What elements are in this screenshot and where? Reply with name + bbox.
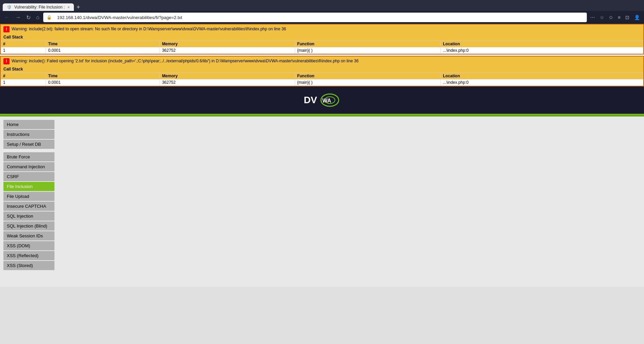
security-icon: 🔒	[47, 15, 52, 20]
tab-title: Vulnerability: File Inclusion :	[14, 5, 65, 10]
bookmark-icon[interactable]: ✩	[608, 14, 614, 21]
table-header: Location	[441, 73, 643, 79]
sidebar-nav-group: HomeInstructionsSetup / Reset DB	[3, 120, 54, 149]
tab-close-button[interactable]: ×	[67, 5, 69, 9]
dvwa-swoosh-icon: WA	[320, 92, 340, 109]
dvwa-greenbar	[0, 114, 644, 116]
sidebar-item-sql-injection-blind[interactable]: SQL Injection (Blind)	[3, 221, 54, 231]
table-header: Function	[295, 41, 440, 47]
sidebar-item-file-upload[interactable]: File Upload	[3, 192, 54, 201]
table-header: Memory	[160, 41, 295, 47]
callstack-table-1: #TimeMemoryFunctionLocation 10.000136275…	[1, 41, 643, 54]
table-header: Time	[46, 41, 160, 47]
sidebar-item-home[interactable]: Home	[3, 120, 54, 129]
back-button[interactable]: ←	[3, 14, 12, 21]
table-cell: {main}( )	[295, 47, 440, 54]
new-tab-button[interactable]: +	[74, 4, 83, 11]
table-cell: ...\index.php:0	[441, 47, 643, 54]
dvwa-logo: DV WA	[304, 92, 340, 109]
sidebar-item-xss-reflected[interactable]: XSS (Reflected)	[3, 251, 54, 260]
sidebar-item-insecure-captcha[interactable]: Insecure CAPTCHA	[3, 202, 54, 211]
tab-bar: 🛡️ Vulnerability: File Inclusion : × +	[0, 0, 644, 11]
sidebar-item-instructions[interactable]: Instructions	[3, 130, 54, 139]
warning-message-2: Warning: include(): Failed opening '2.tx…	[12, 58, 358, 64]
toolbar-right: ⋯ ☆ ✩ ≡ ⊡ 👤	[589, 14, 641, 21]
sidebar-vuln-group: Brute ForceCommand InjectionCSRFFile Inc…	[3, 152, 54, 270]
address-bar[interactable]: 🔒 192.168.140.1/dvwa/DVWA-master/vulnera…	[43, 13, 587, 22]
warning-exclamation-icon-1: !	[3, 26, 10, 32]
warning-block-2: ! Warning: include(): Failed opening '2.…	[0, 56, 644, 87]
warning-exclamation-icon-2: !	[3, 58, 10, 64]
table-header: Memory	[160, 73, 295, 79]
callstack-table-2: #TimeMemoryFunctionLocation 10.000136275…	[1, 73, 643, 86]
warning-block-1: ! Warning: include(2.txt): failed to ope…	[0, 24, 644, 54]
sidebar-item-csrf[interactable]: CSRF	[3, 172, 54, 181]
sidebar-item-brute-force[interactable]: Brute Force	[3, 152, 54, 161]
dvwa-sidebar: HomeInstructionsSetup / Reset DB Brute F…	[0, 116, 58, 287]
table-header: Function	[295, 73, 440, 79]
dvwa-logo-text: DV	[304, 95, 317, 106]
table-cell: 362752	[160, 47, 295, 54]
table-header: #	[1, 73, 46, 79]
dvwa-body: HomeInstructionsSetup / Reset DB Brute F…	[0, 116, 644, 287]
table-header: Location	[441, 41, 643, 47]
callstack-label-1: Call Stack	[1, 34, 643, 41]
table-cell: {main}( )	[295, 79, 440, 86]
table-cell: 1	[1, 47, 46, 54]
profile-icon[interactable]: 👤	[633, 14, 641, 21]
sidebar-item-xss-stored[interactable]: XSS (Stored)	[3, 261, 54, 270]
sidebar-item-file-inclusion[interactable]: File Inclusion	[3, 182, 54, 191]
callstack-label-2: Call Stack	[1, 66, 643, 73]
table-cell: 1	[1, 79, 46, 86]
warning-header-1: ! Warning: include(2.txt): failed to ope…	[1, 25, 643, 34]
tab-favicon: 🛡️	[7, 5, 12, 10]
url-display: 192.168.140.1/dvwa/DVWA-master/vulnerabi…	[54, 13, 583, 22]
address-bar-row: ← → ↻ ⌂ 🔒 192.168.140.1/dvwa/DVWA-master…	[0, 11, 644, 24]
table-cell: ...\index.php:0	[441, 79, 643, 86]
sidebar-item-setup[interactable]: Setup / Reset DB	[3, 140, 54, 149]
svg-text:WA: WA	[322, 98, 331, 104]
menu-dots-icon[interactable]: ⋯	[589, 14, 596, 21]
dvwa-main	[58, 116, 644, 287]
reload-button[interactable]: ↻	[25, 14, 32, 21]
table-row: 10.0001362752{main}( )...\index.php:0	[1, 79, 643, 86]
forward-button[interactable]: →	[14, 14, 22, 21]
pocket-icon[interactable]: ☆	[598, 14, 606, 21]
sidebar-divider	[3, 150, 54, 152]
warning-header-2: ! Warning: include(): Failed opening '2.…	[1, 57, 643, 66]
dvwa-header: DV WA	[0, 87, 644, 114]
reader-mode-icon[interactable]: ≡	[616, 14, 622, 21]
dvwa-wrapper: DV WA HomeInstructionsSetup / Reset DB B…	[0, 87, 644, 287]
active-tab[interactable]: 🛡️ Vulnerability: File Inclusion : ×	[3, 3, 74, 11]
sidebar-item-weak-session-ids[interactable]: Weak Session IDs	[3, 231, 54, 240]
home-button[interactable]: ⌂	[34, 14, 41, 21]
sidebar-toggle-icon[interactable]: ⊡	[624, 14, 631, 21]
sidebar-item-sql-injection[interactable]: SQL Injection	[3, 212, 54, 221]
table-cell: 0.0001	[46, 47, 160, 54]
table-header: Time	[46, 73, 160, 79]
table-cell: 362752	[160, 79, 295, 86]
table-cell: 0.0001	[46, 79, 160, 86]
table-row: 10.0001362752{main}( )...\index.php:0	[1, 47, 643, 54]
table-header: #	[1, 41, 46, 47]
sidebar-item-command-injection[interactable]: Command Injection	[3, 162, 54, 171]
warning-message-1: Warning: include(2.txt): failed to open …	[12, 26, 286, 32]
sidebar-item-xss-dom[interactable]: XSS (DOM)	[3, 241, 54, 250]
page-content: ! Warning: include(2.txt): failed to ope…	[0, 24, 644, 287]
